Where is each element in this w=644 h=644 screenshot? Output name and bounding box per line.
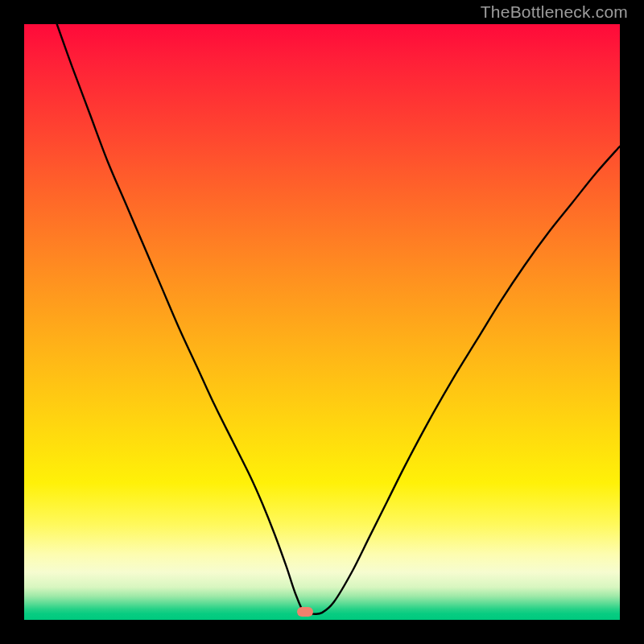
bottleneck-curve — [24, 24, 620, 620]
watermark-text: TheBottleneck.com — [481, 2, 628, 22]
plot-area — [24, 24, 620, 620]
minimum-marker — [297, 607, 313, 617]
chart-frame: TheBottleneck.com — [0, 0, 644, 644]
